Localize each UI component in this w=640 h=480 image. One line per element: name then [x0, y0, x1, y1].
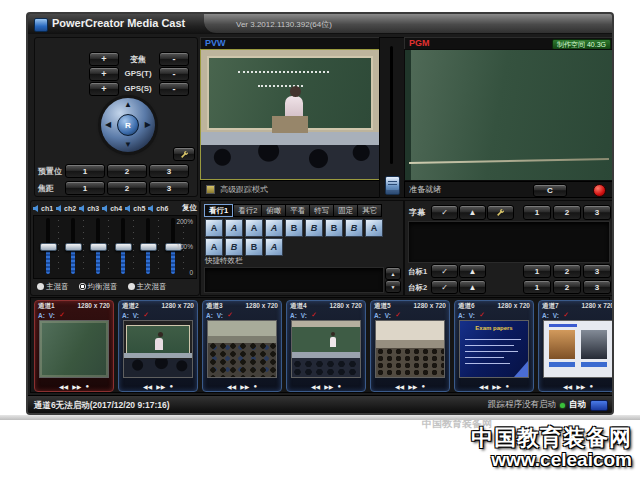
- channel-thumbnail[interactable]: Exam papers: [459, 320, 529, 378]
- stop-icon[interactable]: ●: [169, 383, 173, 390]
- tab-fixed[interactable]: 固定: [333, 204, 357, 217]
- ptz-dpad[interactable]: ▲ ▼ ◀ ▶ R: [101, 98, 155, 152]
- forward-icon[interactable]: ▶▶: [492, 383, 501, 390]
- rewind-icon[interactable]: ◀◀: [479, 383, 488, 390]
- channel-card-2[interactable]: 通道21280 x 720 A:V:✓ ◀◀▶▶●: [118, 300, 198, 392]
- channel-card-6[interactable]: 通道61280 x 720 A:V:✓ Exam papers ◀◀▶▶●: [454, 300, 534, 392]
- zoom-minus-button[interactable]: -: [159, 52, 189, 66]
- mixer-reset-button[interactable]: 复位: [182, 203, 197, 213]
- logo2-up-button[interactable]: ▲: [459, 280, 486, 294]
- stop-icon[interactable]: ●: [421, 383, 425, 390]
- channel-card-3[interactable]: 通道31280 x 720 A:V:✓ ◀◀▶▶●: [202, 300, 282, 392]
- ptz-settings-button[interactable]: [173, 147, 195, 161]
- transition-preview[interactable]: B: [345, 219, 363, 237]
- panel-icon[interactable]: [590, 400, 608, 411]
- gps-s-minus-button[interactable]: -: [159, 82, 189, 96]
- tab-level[interactable]: 平看: [285, 204, 309, 217]
- mixer-channel-ch6[interactable]: ch6: [148, 205, 168, 212]
- quickbar-down-button[interactable]: ▼: [385, 280, 401, 293]
- mode-main-mix[interactable]: 主混音: [37, 282, 69, 292]
- tracking-mode-bar[interactable]: 高级跟踪模式: [200, 180, 380, 198]
- channel-thumbnail[interactable]: [123, 320, 193, 378]
- mixer-channel-ch1[interactable]: ch1: [33, 205, 53, 212]
- fader-ch1[interactable]: [40, 218, 56, 274]
- rewind-icon[interactable]: ◀◀: [395, 383, 404, 390]
- preset-3-button[interactable]: 3: [149, 164, 189, 178]
- transition-preview[interactable]: B: [245, 238, 263, 256]
- stop-icon[interactable]: ●: [589, 383, 593, 390]
- stop-icon[interactable]: ●: [337, 383, 341, 390]
- mixer-channel-ch4[interactable]: ch4: [102, 205, 122, 212]
- quickbar-up-button[interactable]: ▲: [385, 267, 401, 280]
- fader-thumb[interactable]: [40, 243, 57, 251]
- subtitle-settings-button[interactable]: [487, 205, 514, 220]
- subtitle-1-button[interactable]: 1: [523, 205, 551, 220]
- channel-thumbnail[interactable]: [207, 320, 277, 378]
- mode-balanced-mix[interactable]: 均衡混音: [79, 282, 118, 292]
- fader-ch2[interactable]: [65, 218, 81, 274]
- channel-thumbnail[interactable]: [291, 320, 361, 378]
- fader-thumb[interactable]: [140, 243, 157, 251]
- forward-icon[interactable]: ▶▶: [576, 383, 585, 390]
- transition-preview[interactable]: A: [205, 238, 223, 256]
- rewind-icon[interactable]: ◀◀: [311, 383, 320, 390]
- record-button[interactable]: [593, 184, 606, 197]
- transition-preview[interactable]: B: [325, 219, 343, 237]
- tab-overhead[interactable]: 俯瞰: [261, 204, 285, 217]
- focus-3-button[interactable]: 3: [149, 181, 189, 195]
- subtitle-3-button[interactable]: 3: [583, 205, 611, 220]
- radio-icon[interactable]: [37, 283, 44, 290]
- pan-right-icon[interactable]: ▶: [145, 121, 151, 129]
- transition-preview[interactable]: B: [305, 219, 323, 237]
- transition-preview[interactable]: A: [265, 238, 283, 256]
- clear-button[interactable]: C: [533, 184, 567, 197]
- ptz-reset-button[interactable]: R: [117, 114, 139, 136]
- pan-down-icon[interactable]: ▼: [124, 141, 132, 149]
- quick-effects-bar[interactable]: [204, 267, 384, 293]
- channel-card-5[interactable]: 通道51280 x 720 A:V:✓ ◀◀▶▶●: [370, 300, 450, 392]
- mode-primary-secondary-mix[interactable]: 主次混音: [128, 282, 167, 292]
- logo2-2-button[interactable]: 2: [553, 280, 581, 294]
- channel-card-4[interactable]: 通道41280 x 720 A:V:✓ ◀◀▶▶●: [286, 300, 366, 392]
- channel-thumbnail[interactable]: [375, 320, 445, 378]
- fader-ch5[interactable]: [140, 218, 156, 274]
- channel-card-1[interactable]: 通道11280 x 720 A:V:✓ ◀◀▶▶●: [34, 300, 114, 392]
- transition-preview[interactable]: B: [285, 219, 303, 237]
- transition-preview[interactable]: A: [265, 219, 283, 237]
- mixer-channel-ch3[interactable]: ch3: [79, 205, 99, 212]
- logo2-1-button[interactable]: 1: [523, 280, 551, 294]
- gps-s-plus-button[interactable]: +: [89, 82, 119, 96]
- transition-preview[interactable]: A: [245, 219, 263, 237]
- logo1-apply-button[interactable]: ✓: [431, 264, 458, 278]
- focus-2-button[interactable]: 2: [107, 181, 147, 195]
- rewind-icon[interactable]: ◀◀: [227, 383, 236, 390]
- fader-thumb[interactable]: [65, 243, 82, 251]
- transition-preview[interactable]: B: [225, 238, 243, 256]
- logo2-3-button[interactable]: 3: [583, 280, 611, 294]
- forward-icon[interactable]: ▶▶: [408, 383, 417, 390]
- mixer-channel-ch2[interactable]: ch2: [56, 205, 76, 212]
- transition-lever[interactable]: [385, 176, 400, 195]
- focus-1-button[interactable]: 1: [65, 181, 105, 195]
- stop-icon[interactable]: ●: [85, 383, 89, 390]
- logo2-apply-button[interactable]: ✓: [431, 280, 458, 294]
- mixer-channel-ch5[interactable]: ch5: [125, 205, 145, 212]
- gps-t-plus-button[interactable]: +: [89, 67, 119, 81]
- logo1-3-button[interactable]: 3: [583, 264, 611, 278]
- fader-thumb[interactable]: [115, 243, 132, 251]
- radio-icon[interactable]: [128, 283, 135, 290]
- forward-icon[interactable]: ▶▶: [156, 383, 165, 390]
- logo1-up-button[interactable]: ▲: [459, 264, 486, 278]
- auto-toggle[interactable]: 自动: [569, 399, 586, 411]
- subtitle-2-button[interactable]: 2: [553, 205, 581, 220]
- logo1-1-button[interactable]: 1: [523, 264, 551, 278]
- preset-2-button[interactable]: 2: [107, 164, 147, 178]
- logo1-2-button[interactable]: 2: [553, 264, 581, 278]
- channel-thumbnail[interactable]: [39, 320, 109, 378]
- pvw-monitor[interactable]: [200, 49, 380, 180]
- tab-other[interactable]: 其它: [357, 204, 382, 217]
- fader-ch3[interactable]: [90, 218, 106, 274]
- radio-selected-icon[interactable]: [79, 283, 86, 290]
- stop-icon[interactable]: ●: [253, 383, 257, 390]
- stop-icon[interactable]: ●: [505, 383, 509, 390]
